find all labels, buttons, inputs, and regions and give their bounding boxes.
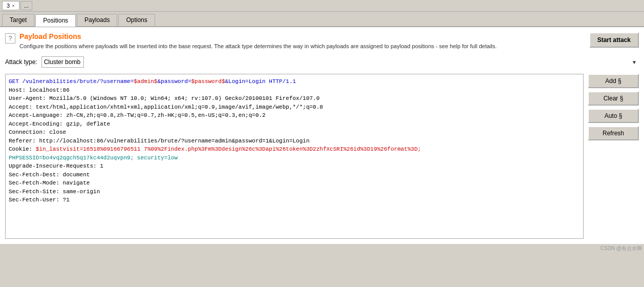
clear-button[interactable]: Clear § xyxy=(588,91,639,106)
main-content: ? Payload Positions Configure the positi… xyxy=(0,27,644,244)
buttons-panel: Add § Clear § Auto § Refresh xyxy=(588,74,639,239)
request-editor[interactable]: GET /vulnerabilities/brute/?username=$ad… xyxy=(6,74,583,238)
start-attack-button[interactable]: Start attack xyxy=(589,32,639,48)
tab-more-button[interactable]: ... xyxy=(20,1,32,10)
request-editor-container: GET /vulnerabilities/brute/?username=$ad… xyxy=(5,74,584,239)
title-bar: 3 × ... xyxy=(0,0,644,12)
auto-button[interactable]: Auto § xyxy=(588,109,639,123)
section-description: Configure the positions where payloads w… xyxy=(19,43,497,50)
attack-type-select[interactable]: Sniper Battering ram Pitchfork Cluster b… xyxy=(41,56,84,68)
tab-positions[interactable]: Positions xyxy=(35,14,76,27)
tab-number-label: 3 xyxy=(7,3,10,9)
attack-type-select-wrapper[interactable]: Sniper Battering ram Pitchfork Cluster b… xyxy=(41,56,639,68)
section-info: Payload Positions Configure the position… xyxy=(19,32,497,50)
help-icon[interactable]: ? xyxy=(5,33,15,44)
tab-number[interactable]: 3 × xyxy=(2,1,19,10)
attack-type-row: Attack type: Sniper Battering ram Pitchf… xyxy=(5,56,639,68)
main-tab-bar: Target Positions Payloads Options xyxy=(0,12,644,27)
header-left: ? Payload Positions Configure the positi… xyxy=(5,32,497,50)
section-title: Payload Positions xyxy=(19,32,497,40)
add-button[interactable]: Add § xyxy=(588,74,639,88)
tab-target[interactable]: Target xyxy=(2,14,34,26)
editor-row: GET /vulnerabilities/brute/?username=$ad… xyxy=(5,74,639,239)
watermark: CSDN @有点水啊 xyxy=(0,244,644,253)
tab-options[interactable]: Options xyxy=(118,14,155,26)
header-row: ? Payload Positions Configure the positi… xyxy=(5,32,639,50)
tab-payloads[interactable]: Payloads xyxy=(77,14,117,26)
refresh-button[interactable]: Refresh xyxy=(588,126,639,140)
tab-close-button[interactable]: × xyxy=(12,3,15,9)
attack-type-label: Attack type: xyxy=(5,58,37,66)
